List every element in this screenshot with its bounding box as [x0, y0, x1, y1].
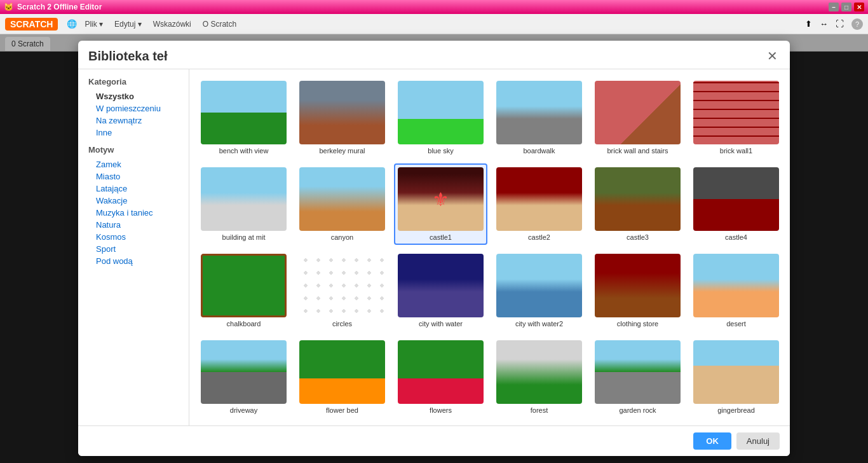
list-item[interactable]: blue sky	[394, 77, 487, 158]
backdrop-label-brick-wall1: brick wall1	[720, 147, 752, 155]
titlebar: 🐱 Scratch 2 Offline Editor – □ ✕	[0, 0, 868, 14]
backdrop-thumb-desert	[693, 254, 779, 317]
list-item[interactable]: goal1	[788, 336, 790, 418]
list-item[interactable]: boardwalk	[492, 77, 586, 158]
about-menu[interactable]: O Scratch	[199, 18, 240, 30]
sidebar-item-city[interactable]: Miasto	[88, 170, 179, 183]
list-item[interactable]: flowers	[394, 336, 487, 418]
backdrop-thumb-chalkboard	[201, 254, 287, 317]
scratch-logo: SCRATCH	[5, 18, 58, 31]
list-item[interactable]: city with water2	[492, 250, 586, 331]
sidebar-item-space[interactable]: Kosmos	[88, 231, 179, 243]
list-item[interactable]: flower bed	[295, 336, 389, 418]
list-item[interactable]: berkeley mural	[295, 77, 389, 158]
backdrop-label-castle2: castle2	[528, 233, 550, 241]
backdrop-label-circles: circles	[332, 320, 352, 328]
modal-footer: OK Anuluj	[78, 425, 790, 456]
list-item[interactable]: brick wall and stairs	[591, 77, 684, 158]
backdrop-label-chalkboard: chalkboard	[227, 320, 261, 328]
backdrop-grid: bench with view berkeley mural blue sky …	[189, 69, 790, 425]
file-menu[interactable]: Plik ▾	[81, 18, 107, 30]
list-item[interactable]: castle1	[394, 163, 487, 245]
backdrop-thumb-forest	[496, 340, 582, 404]
sidebar-item-castle[interactable]: Zamek	[88, 158, 179, 170]
modal-body: Kategoria Wszystko W pomieszczeniu Na ze…	[78, 69, 790, 425]
backdrop-label-driveway: driveway	[230, 406, 257, 414]
maximize-button[interactable]: □	[841, 3, 851, 11]
backdrop-thumb-gingerbread	[693, 340, 779, 404]
backdrop-label-brick-wall-and-stairs: brick wall and stairs	[607, 147, 668, 155]
backdrop-thumb-city-with-water2	[496, 254, 582, 317]
sidebar-item-vacation[interactable]: Wakacje	[88, 195, 179, 207]
close-button[interactable]: ✕	[854, 3, 864, 11]
sidebar-item-all[interactable]: Wszystko	[88, 90, 179, 102]
titlebar-controls: – □ ✕	[829, 3, 864, 11]
modal-close-button[interactable]: ✕	[764, 48, 780, 64]
list-item[interactable]: chalkboard	[197, 250, 290, 331]
backdrop-thumb-bench-with-view	[201, 81, 287, 144]
sidebar-item-outdoor[interactable]: Na zewnątrz	[88, 114, 179, 127]
tips-menu[interactable]: Wskazówki	[149, 18, 195, 30]
backdrop-label-bench-with-view: bench with view	[219, 147, 269, 155]
backdrop-thumb-canyon	[299, 167, 385, 231]
backdrop-thumb-castle2	[496, 167, 582, 231]
backdrop-label-clothing-store: clothing store	[617, 320, 658, 328]
sidebar-item-sport[interactable]: Sport	[88, 243, 179, 255]
app-title: Scratch 2 Offline Editor	[17, 3, 102, 11]
backdrop-label-garden-rock: garden rock	[619, 406, 656, 414]
titlebar-title: 🐱 Scratch 2 Offline Editor	[4, 3, 102, 11]
minimize-button[interactable]: –	[829, 3, 839, 11]
sidebar-item-underwater[interactable]: Pod wodą	[88, 255, 179, 267]
list-item[interactable]: forest	[492, 336, 586, 418]
list-item[interactable]: garden rock	[591, 336, 684, 418]
list-item[interactable]: doily	[788, 250, 790, 331]
help-icon[interactable]: ?	[851, 18, 863, 30]
menubar: SCRATCH 🌐 Plik ▾ Edytuj ▾ Wskazówki O Sc…	[0, 14, 868, 34]
modal-title: Biblioteka teł	[88, 49, 167, 64]
list-item[interactable]: castle2	[492, 163, 586, 245]
backdrop-thumb-flowers	[398, 340, 484, 404]
backdrop-grid-inner: bench with view berkeley mural blue sky …	[197, 77, 782, 418]
sidebar-item-flying[interactable]: Latające	[88, 183, 179, 195]
list-item[interactable]: brick wall1	[689, 77, 783, 158]
sidebar-item-other[interactable]: Inne	[88, 127, 179, 139]
list-item[interactable]: castle5	[788, 163, 790, 245]
backdrop-thumb-castle1	[398, 167, 484, 231]
backdrop-label-desert: desert	[726, 320, 746, 328]
list-item[interactable]: canyon	[295, 163, 389, 245]
list-item[interactable]: desert	[689, 250, 783, 331]
sidebar-item-music-dance[interactable]: Muzyka i taniec	[88, 207, 179, 219]
backdrop-thumb-building-at-mit	[201, 167, 287, 231]
backdrop-thumb-driveway	[201, 340, 287, 404]
list-item[interactable]: circles	[295, 250, 389, 331]
backdrop-thumb-clothing-store	[595, 254, 681, 317]
backdrop-label-forest: forest	[531, 406, 548, 414]
list-item[interactable]: gingerbread	[689, 336, 783, 418]
list-item[interactable]: castle3	[591, 163, 684, 245]
backdrop-label-city-with-water2: city with water2	[515, 320, 563, 328]
backdrop-label-flower-bed: flower bed	[326, 406, 358, 414]
cancel-button[interactable]: Anuluj	[736, 432, 780, 450]
arrow-icon[interactable]: ↔	[820, 19, 828, 29]
backdrop-thumb-flower-bed	[299, 340, 385, 404]
expand-icon[interactable]: ⛶	[836, 19, 844, 29]
backdrop-thumb-brick-wall1	[693, 81, 779, 144]
backdrop-label-flowers: flowers	[430, 406, 452, 414]
list-item[interactable]: driveway	[197, 336, 290, 418]
list-item[interactable]: clothing store	[591, 250, 684, 331]
sidebar-item-indoor[interactable]: W pomieszczeniu	[88, 102, 179, 114]
ok-button[interactable]: OK	[693, 432, 731, 450]
globe-icon[interactable]: 🌐	[67, 19, 77, 29]
upload-icon[interactable]: ⬆	[805, 19, 812, 29]
list-item[interactable]: building at mit	[197, 163, 290, 245]
list-item[interactable]: brick wall2	[788, 77, 790, 158]
list-item[interactable]: bench with view	[197, 77, 290, 158]
category-section-title: Kategoria	[88, 77, 179, 86]
sidebar-item-nature[interactable]: Natura	[88, 219, 179, 231]
app-icon: 🐱	[4, 3, 13, 11]
list-item[interactable]: castle4	[689, 163, 783, 245]
modal-overlay: Biblioteka teł ✕ Kategoria Wszystko W po…	[0, 34, 868, 463]
list-item[interactable]: city with water	[394, 250, 487, 331]
backdrop-thumb-berkeley-mural	[299, 81, 385, 144]
edit-menu[interactable]: Edytuj ▾	[111, 18, 146, 30]
